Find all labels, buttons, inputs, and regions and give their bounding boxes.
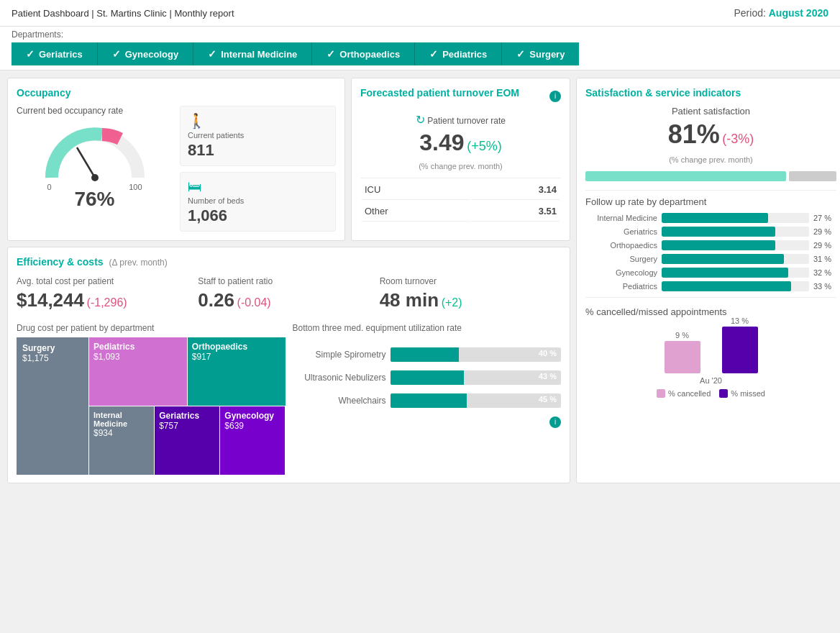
legend-cancelled-label: % cancelled <box>668 389 711 398</box>
equip-section: Bottom three med. equipment utilization … <box>293 323 562 474</box>
patients-label: Current patients <box>188 131 328 140</box>
svg-line-0 <box>77 147 95 178</box>
patients-value: 811 <box>188 141 328 160</box>
cancelled-bar-pink <box>665 341 700 373</box>
treemap-surgery: Surgery $1,175 <box>17 337 88 475</box>
drug-cost-label: Drug cost per patient by department <box>17 323 286 333</box>
eff-header: Efficiency & costs (Δ prev. month) <box>17 256 561 268</box>
forecast-title: Forecasted patient turnover EOM <box>360 87 519 99</box>
satisfaction-bar <box>585 171 836 181</box>
treemap-ortho-value: $917 <box>192 352 281 362</box>
treemap-ortho-name: Orthopaedics <box>192 342 281 352</box>
bed-rate-label: Current bed occupancy rate <box>17 106 173 116</box>
forecast-rate-row: 3.49 (+5%) <box>360 129 561 156</box>
forecast-other-value: 3.51 <box>471 201 560 222</box>
period-label: Period: <box>734 7 766 19</box>
forecast-main: ↻ Patient turnover rate 3.49 (+5%) <box>360 113 561 156</box>
dept-tab-orthopaedics[interactable]: ✓Orthopaedics <box>312 42 415 65</box>
equip-bar-fill-2 <box>391 393 467 408</box>
equip-bar-row-0: Simple Spirometry 40 % <box>293 347 562 362</box>
followup-pct-5: 33 % <box>813 282 836 291</box>
sat-bar-gray <box>789 171 836 181</box>
followup-pct-2: 29 % <box>813 241 836 250</box>
eff-metric-label-0: Avg. total cost per patient <box>17 276 198 286</box>
treemap-gynecology: Gynecology $639 <box>220 406 285 475</box>
forecast-info-icon[interactable]: i <box>549 91 561 102</box>
equip-bar-row-1: Ultrasonic Nebulizers 43 % <box>293 370 562 385</box>
treemap-intmed-name: Internal Medicine <box>93 411 150 428</box>
dept-tab-geriatrics[interactable]: ✓Geriatrics <box>12 42 98 65</box>
followup-row-1: Geriatrics 29 % <box>585 227 836 237</box>
satisfaction-pct-row: 81% (-3%) <box>585 119 836 150</box>
refresh-icon: ↻ <box>416 114 425 126</box>
header: Patient Dashboard | St. Martins Clinic |… <box>0 0 840 27</box>
treemap-pediatrics-value: $1,093 <box>93 352 183 362</box>
efficiency-card: Efficiency & costs (Δ prev. month) Avg. … <box>7 247 570 483</box>
forecast-icu-value: 3.14 <box>471 180 560 200</box>
followup-title: Follow up rate by department <box>585 196 836 207</box>
eff-metric-change-2: (+2) <box>442 296 462 309</box>
dept-tab-pediatrics[interactable]: ✓Pediatrics <box>415 42 502 65</box>
cancelled-x-label: Au '20 <box>700 376 722 385</box>
followup-bar-container-2 <box>662 240 809 250</box>
followup-label-0: Internal Medicine <box>585 214 657 222</box>
equip-info-icon[interactable]: i <box>549 416 561 428</box>
forecast-icu-label: ICU <box>362 180 470 200</box>
check-icon: ✓ <box>112 48 121 60</box>
legend-cancelled-dot <box>657 389 665 398</box>
treemap-bottom-right: Internal Medicine $934 Geriatrics $757 G… <box>89 406 286 475</box>
eff-metric-value-row-1: 0.26 (-0.04) <box>198 289 379 311</box>
treemap-intmed-value: $934 <box>93 428 150 438</box>
satisfaction-sub: (% change prev. month) <box>585 155 836 164</box>
equip-bar-pct-0: 40 % <box>539 349 557 358</box>
treemap-gynecology-value: $639 <box>224 421 280 431</box>
equip-bar-container-1: 43 % <box>391 370 562 385</box>
equip-label: Bottom three med. equipment utilization … <box>293 323 562 333</box>
patient-sat-label: Patient satisfaction <box>585 106 836 117</box>
eff-metric-2: Room turnover 48 min (+2) <box>380 276 561 311</box>
dept-tab-surgery[interactable]: ✓Surgery <box>502 42 579 65</box>
equip-bars: Simple Spirometry 40 % Ultrasonic Nebuli… <box>293 347 562 408</box>
svg-point-1 <box>91 174 99 181</box>
followup-pct-4: 32 % <box>813 268 836 277</box>
followup-bar-5 <box>662 281 791 291</box>
check-icon: ✓ <box>327 48 335 60</box>
eff-title: Efficiency & costs <box>17 256 104 268</box>
dept-tab-internal-medicine[interactable]: ✓Internal Medicine <box>193 42 312 65</box>
forecast-rate-change: (+5%) <box>467 139 502 153</box>
followup-bar-2 <box>662 240 775 250</box>
occupancy-inner: Current bed occupancy rate <box>17 106 336 232</box>
beds-label: Number of beds <box>188 196 328 205</box>
legend-missed-dot <box>719 389 728 398</box>
followup-label-1: Geriatrics <box>585 227 657 236</box>
header-title: Patient Dashboard | St. Martins Clinic |… <box>12 8 234 19</box>
eff-metric-change-1: (-0.04) <box>237 296 271 309</box>
forecast-sub: (% change prev. month) <box>360 162 561 170</box>
treemap-geriatrics-value: $757 <box>159 421 215 431</box>
equip-bar-label-0: Simple Spirometry <box>293 350 386 360</box>
followup-row-4: Gynecology 32 % <box>585 268 836 278</box>
forecast-rate-label: ↻ Patient turnover rate <box>360 113 561 127</box>
followup-row-3: Surgery 31 % <box>585 254 836 264</box>
occ-right: 🚶 Current patients 811 🛏 Number of beds … <box>180 106 336 232</box>
eff-charts: Drug cost per patient by department Surg… <box>17 323 561 474</box>
followup-bar-4 <box>662 268 788 278</box>
divider <box>585 190 836 191</box>
followup-bar-3 <box>662 254 784 264</box>
divider2 <box>585 297 836 298</box>
eff-metric-value-row-2: 48 min (+2) <box>380 289 561 311</box>
dept-tab-gynecology[interactable]: ✓Gynecology <box>98 42 193 65</box>
followup-bar-1 <box>662 227 775 237</box>
followup-row-5: Pediatrics 33 % <box>585 281 836 291</box>
equip-bar-fill-1 <box>391 370 464 385</box>
forecast-header-row: Forecasted patient turnover EOM i <box>360 87 561 106</box>
cancelled-bar-group-0: 9 % <box>665 331 700 373</box>
forecast-table: ICU 3.14 Other 3.51 <box>360 178 561 223</box>
check-icon: ✓ <box>26 48 35 60</box>
satisfaction-title: Satisfaction & service indicators <box>585 87 836 99</box>
legend-cancelled: % cancelled <box>657 389 711 398</box>
cancelled-bar-purple <box>722 327 758 373</box>
eff-metric-value-0: $14,244 <box>17 289 84 311</box>
check-icon: ✓ <box>208 48 216 60</box>
eff-metric-value-row-0: $14,244 (-1,296) <box>17 289 198 311</box>
